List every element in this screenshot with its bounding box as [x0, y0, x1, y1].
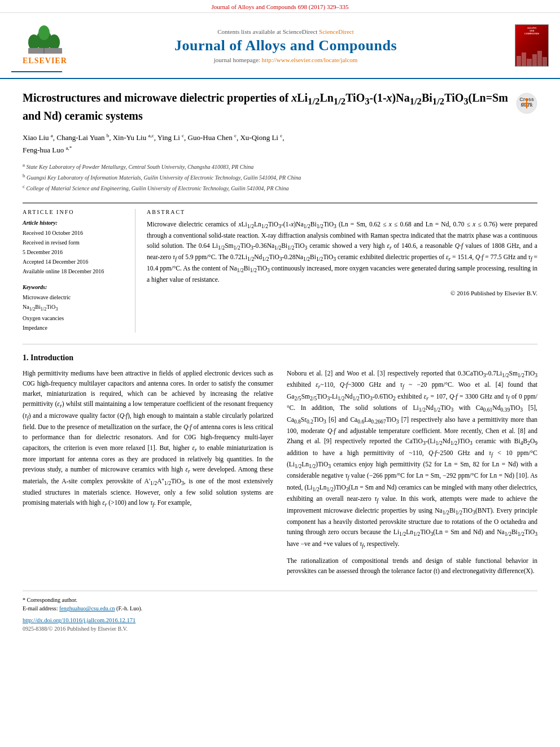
affiliation-a: a State Key Laboratory of Powder Metallu… [23, 161, 537, 172]
cover-bar-2 [522, 53, 526, 66]
journal-cover: ALLOYSANDCOMPOUNDS [509, 24, 549, 67]
elsevier-tree-icon [23, 24, 68, 55]
journal-cover-image: ALLOYSANDCOMPOUNDS [515, 24, 549, 67]
cover-bar-3 [527, 59, 531, 67]
journal-name: Journal of Alloys and Compounds [62, 37, 509, 54]
footnote-email: E-mail address: fenghuahuo@csu.edu.cn (F… [23, 604, 537, 613]
email-link[interactable]: fenghuahuo@csu.edu.cn [59, 605, 115, 611]
svg-rect-5 [28, 48, 62, 54]
revised-date: 5 December 2016 [23, 247, 127, 257]
sciencedirect-line: Contents lists available at ScienceDirec… [62, 28, 509, 35]
top-journal-bar: Journal of Alloys and Compounds 698 (201… [0, 0, 560, 13]
abstract-section: abstract Microwave dielectric ceramics o… [147, 209, 537, 296]
journal-reference: Journal of Alloys and Compounds 698 (201… [212, 3, 349, 10]
content-divider [23, 344, 537, 344]
journal-center-block: Contents lists available at ScienceDirec… [62, 28, 509, 63]
keyword-1: Microwave dielectric [23, 292, 127, 302]
cover-bar-6 [542, 57, 547, 67]
cover-title-text: ALLOYSANDCOMPOUNDS [524, 27, 539, 35]
main-content: Microstructures and microwave dielectric… [0, 79, 560, 643]
elsevier-text: ELSEVIER [23, 56, 67, 65]
keywords-heading: Keywords: [23, 284, 127, 290]
intro-col2-p2: The rationalization of compositional tre… [287, 556, 537, 576]
footer-section: * Corresponding author. E-mail address: … [23, 591, 537, 632]
history-heading: Article history: [23, 220, 127, 226]
article-title-text: Microstructures and microwave dielectric… [23, 90, 510, 124]
journal-header: ELSEVIER Contents lists available at Sci… [0, 13, 560, 79]
doi-link[interactable]: http://dx.doi.org/10.1016/j.jallcom.2016… [23, 617, 135, 623]
intro-col-right: Noboru et al. [2] and Woo et al. [3] res… [287, 368, 537, 582]
svg-point-2 [28, 34, 40, 50]
crossmark-icon[interactable]: Cross Mark [516, 93, 537, 114]
available-online: Available online 18 December 2016 [23, 267, 127, 276]
article-info-column: article info Article history: Received 1… [23, 209, 135, 333]
footer-copyright: 0925-8388/© 2016 Published by Elsevier B… [23, 626, 537, 632]
intro-col2-p1: Noboru et al. [2] and Woo et al. [3] res… [287, 368, 537, 550]
homepage-link[interactable]: http://www.elsevier.com/locate/jalcom [262, 56, 358, 63]
keyword-4: Impedance [23, 323, 127, 333]
article-info-heading: article info [23, 209, 127, 215]
received-revised-label: Received in revised form [23, 238, 127, 247]
abstract-column: abstract Microwave dielectric ceramics o… [147, 209, 537, 333]
doi-link-line: http://dx.doi.org/10.1016/j.jallcom.2016… [23, 617, 537, 623]
intro-col1-p1: High permittivity mediums have been attr… [23, 368, 273, 509]
svg-point-3 [49, 34, 60, 50]
footnote-corresponding: * Corresponding author. [23, 596, 537, 604]
affiliation-c: c College of Material Science and Engine… [23, 182, 537, 193]
cover-bars [515, 49, 548, 66]
cover-bar-5 [537, 51, 542, 66]
abstract-heading: abstract [147, 209, 537, 215]
accepted-date: Accepted 14 December 2016 [23, 257, 127, 267]
cover-bar-4 [532, 54, 537, 66]
article-info-abstract-section: article info Article history: Received 1… [23, 203, 537, 333]
elsevier-logo: ELSEVIER [11, 19, 62, 72]
introduction-heading: 1. Introduction [23, 353, 537, 362]
keyword-2: Na1/2Bi1/2TiO3 [23, 302, 127, 313]
homepage-line: journal homepage: http://www.elsevier.co… [62, 56, 509, 63]
affiliation-b: b Guangxi Key Laboratory of Information … [23, 172, 537, 182]
introduction-section: 1. Introduction High permittivity medium… [23, 353, 537, 582]
abstract-copyright: © 2016 Published by Elsevier B.V. [147, 290, 537, 296]
article-title-block: Microstructures and microwave dielectric… [23, 90, 537, 124]
keywords-section: Keywords: Microwave dielectric Na1/2Bi1/… [23, 284, 127, 333]
cover-bar-1 [517, 56, 521, 66]
sciencedirect-link[interactable]: ScienceDirect [319, 28, 354, 35]
authors-line: Xiao Liu a, Chang-Lai Yuan b, Xin-Yu Liu… [23, 132, 537, 156]
received-date: Received 10 October 2016 [23, 228, 127, 238]
keyword-3: Oxygen vacancies [23, 313, 127, 323]
affiliations-block: a State Key Laboratory of Powder Metallu… [23, 161, 537, 194]
article-history: Article history: Received 10 October 201… [23, 220, 127, 276]
intro-col-left: High permittivity mediums have been attr… [23, 368, 273, 582]
introduction-body: High permittivity mediums have been attr… [23, 368, 537, 582]
svg-point-4 [38, 25, 50, 40]
abstract-text: Microwave dielectric ceramics of xLi1/2L… [147, 220, 537, 285]
